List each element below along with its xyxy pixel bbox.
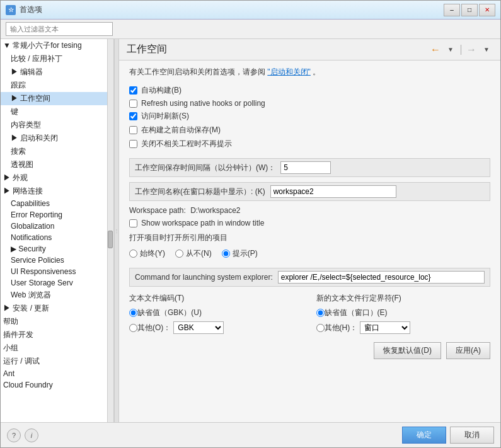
- preferences-window: ☆ 首选项 – □ ✕ ▼ 常规小六子for tesing比较 / 应用补丁▶ …: [0, 0, 501, 448]
- tree-item-perspective[interactable]: 透视图: [1, 158, 113, 171]
- tree-item-startclose[interactable]: ▶ 启动和关闭: [1, 132, 113, 145]
- tree-item-ant[interactable]: Ant: [1, 368, 113, 379]
- encoding-other-label: 其他(O)：: [137, 323, 171, 333]
- tree-item-servicepolicies[interactable]: Service Policies: [1, 255, 113, 266]
- tree-item-help[interactable]: 帮助: [1, 315, 113, 328]
- tree-item-contenttype[interactable]: 内容类型: [1, 118, 113, 132]
- tree-item-root[interactable]: ▼ 常规小六子for tesing: [1, 39, 113, 52]
- close-button[interactable]: ✕: [479, 4, 495, 16]
- closeprompt-label: 关闭不相关工程时不再提示: [141, 139, 232, 149]
- restore-defaults-button[interactable]: 恢复默认值(D): [374, 342, 441, 359]
- radio-prompt-label: 提示(P): [233, 248, 258, 259]
- tree-item-compare[interactable]: 比较 / 应用补丁: [1, 52, 113, 66]
- autosave-checkbox[interactable]: [129, 126, 137, 134]
- encoding-other-row: 其他(O)： GBK UTF-8: [129, 321, 304, 334]
- panel-title: 工作空间: [127, 43, 429, 56]
- nativehooks-checkbox[interactable]: [129, 100, 137, 108]
- tree-item-runtimedebug[interactable]: 运行 / 调试: [1, 355, 113, 368]
- checkbox-closeprompt-row: 关闭不相关工程时不再提示: [129, 139, 490, 149]
- tree-item-installupdate[interactable]: ▶ 安装 / 更新: [1, 302, 113, 315]
- tree-item-key[interactable]: 键: [1, 105, 113, 118]
- tree-item-workspace[interactable]: ▶ 工作空间: [1, 92, 113, 105]
- tree-item-trace[interactable]: 跟踪: [1, 79, 113, 92]
- tree-item-userstorage[interactable]: User Storage Serv: [1, 277, 113, 289]
- encoding-group: 文本文件编码(T) 缺省值（GBK）(U) 其他(O)： GBK UTF-8: [129, 293, 304, 337]
- encoding-other-radio[interactable]: [129, 324, 137, 332]
- info-link[interactable]: "启动和关闭": [267, 67, 311, 76]
- bottom-right: 确定 取消: [402, 427, 494, 444]
- right-header: 工作空间 ← ▼ → ▼: [119, 39, 500, 60]
- radio-always-option: 始终(Y): [129, 248, 165, 259]
- accessrefresh-label: 访问时刷新(S): [141, 111, 189, 122]
- tree-item-globalization[interactable]: Globalization: [1, 221, 113, 232]
- encoding-title: 文本文件编码(T): [129, 293, 304, 304]
- tree-item-netconn[interactable]: ▶ 网络连接: [1, 185, 113, 198]
- info-suffix: 。: [313, 67, 320, 76]
- encoding-dropdown[interactable]: GBK UTF-8: [173, 321, 224, 334]
- nav-forward-dropdown-button[interactable]: ▼: [480, 43, 493, 56]
- tree-item-errorreporting[interactable]: Error Reporting: [1, 209, 113, 221]
- bottom-bar: ? i 确定 取消: [1, 422, 500, 447]
- save-interval-input[interactable]: [280, 161, 331, 174]
- newline-other-radio[interactable]: [316, 324, 325, 332]
- radio-never[interactable]: [175, 250, 183, 258]
- tree-item-uiresponsiveness[interactable]: UI Responsiveness: [1, 266, 113, 277]
- newline-other-row: 其他(H)： 窗口 Unix Mac: [316, 321, 491, 334]
- tree-item-search[interactable]: 搜索: [1, 145, 113, 158]
- radio-never-option: 从不(N): [175, 248, 212, 259]
- nav-dropdown-button[interactable]: ▼: [444, 43, 457, 56]
- title-bar: ☆ 首选项 – □ ✕: [1, 1, 500, 20]
- tree-item-plugindev[interactable]: 插件开发: [1, 328, 113, 342]
- tree-item-notifications[interactable]: Notifications: [1, 232, 113, 243]
- workspace-path-label: Workspace path:: [129, 206, 186, 215]
- radio-prompt[interactable]: [222, 250, 230, 258]
- checkboxes-section: 自动构建(B) Refresh using native hooks or po…: [129, 85, 490, 149]
- apply-button[interactable]: 应用(A): [446, 342, 490, 359]
- encoding-row: 文本文件编码(T) 缺省值（GBK）(U) 其他(O)： GBK UTF-8: [129, 293, 490, 337]
- header-separator: [461, 45, 461, 55]
- workspace-path-value: D:\workspace2: [190, 206, 240, 215]
- radio-always[interactable]: [129, 250, 137, 258]
- encoding-default-row: 缺省值（GBK）(U): [129, 307, 304, 318]
- tree-item-webbrowser[interactable]: Web 浏览器: [1, 289, 113, 302]
- panel-separator[interactable]: ⋮: [114, 39, 119, 422]
- tree-item-team[interactable]: 小组: [1, 342, 113, 355]
- accessrefresh-checkbox[interactable]: [129, 112, 137, 120]
- tree-item-cloudfoundry[interactable]: Cloud Foundry: [1, 379, 113, 391]
- checkbox-nativehooks-row: Refresh using native hooks or polling: [129, 99, 490, 108]
- info-line: 有关工作空间启动和关闭首选项，请参阅 "启动和关闭" 。: [129, 67, 490, 78]
- closeprompt-checkbox[interactable]: [129, 140, 137, 148]
- minimize-button[interactable]: –: [444, 4, 460, 16]
- autobuild-checkbox[interactable]: [129, 86, 137, 95]
- tree-item-capabilities[interactable]: Capabilities: [1, 198, 113, 209]
- filter-bar: [1, 20, 500, 39]
- maximize-button[interactable]: □: [461, 4, 478, 16]
- newline-default-label: 缺省值（窗口）(E): [325, 307, 388, 318]
- show-path-checkbox[interactable]: [129, 219, 137, 227]
- filter-input[interactable]: [6, 22, 113, 36]
- nav-back-button[interactable]: ←: [429, 43, 442, 56]
- newline-dropdown[interactable]: 窗口 Unix Mac: [360, 321, 410, 334]
- cancel-button[interactable]: 取消: [450, 427, 494, 444]
- help-button[interactable]: ?: [7, 428, 21, 442]
- ok-button[interactable]: 确定: [402, 427, 446, 444]
- newline-default-row: 缺省值（窗口）(E): [316, 307, 491, 318]
- open-project-title: 打开项目时打开所引用的项目: [129, 233, 490, 243]
- tree-item-security[interactable]: ▶ Security: [1, 243, 113, 255]
- left-scrollbar-thumb[interactable]: [108, 231, 113, 248]
- panel-action-row: 恢复默认值(D) 应用(A): [129, 342, 490, 359]
- newline-title: 新的文本文件行定界符(F): [316, 293, 491, 304]
- tree-item-editor[interactable]: ▶ 编辑器: [1, 66, 113, 79]
- radio-always-label: 始终(Y): [140, 248, 165, 259]
- tree-item-appearance[interactable]: ▶ 外观: [1, 171, 113, 185]
- newline-default-radio[interactable]: [316, 309, 325, 317]
- radio-prompt-option: 提示(P): [222, 248, 258, 259]
- info-button[interactable]: i: [25, 428, 38, 442]
- command-label: Command for launching system explorer:: [135, 273, 273, 282]
- encoding-default-radio[interactable]: [129, 309, 137, 317]
- left-scrollbar-track: [107, 39, 113, 422]
- workspace-name-input[interactable]: [270, 185, 396, 198]
- show-path-row: Show workspace path in window title: [129, 219, 490, 227]
- command-input[interactable]: [278, 271, 485, 284]
- nav-forward-button[interactable]: →: [465, 43, 478, 56]
